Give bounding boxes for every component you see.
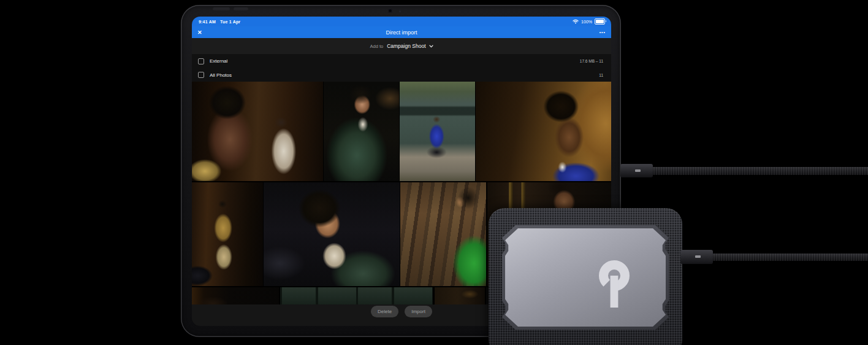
photo-thumbnail[interactable] [192, 82, 323, 181]
battery-icon [595, 18, 605, 25]
ssd-drive [489, 208, 682, 345]
source-row-external[interactable]: External 17.6 MB – 11 [192, 54, 611, 68]
add-to-bar: Add to Campaign Shoot [192, 38, 611, 54]
photo-thumbnail[interactable] [400, 82, 475, 181]
source-label: External [210, 58, 227, 64]
checkbox[interactable] [198, 72, 204, 78]
cable-connector [620, 164, 653, 177]
battery-percent: 100% [581, 20, 592, 24]
front-camera-icon [388, 9, 392, 13]
connector-logo-icon [695, 255, 701, 258]
status-time: 9:41 AM [199, 20, 216, 24]
status-date: Tue 1 Apr [220, 20, 240, 24]
header-bar: ✕ Direct import ••• [192, 26, 611, 38]
photo-thumbnail[interactable] [400, 182, 486, 286]
wifi-icon [573, 19, 579, 24]
page-title: Direct import [192, 29, 611, 36]
photo-thumbnail[interactable] [324, 82, 399, 181]
import-button[interactable]: Import [405, 306, 432, 317]
status-bar: 9:41 AM Tue 1 Apr 100% [192, 17, 611, 26]
collection-dropdown[interactable]: Campaign Shoot [387, 43, 433, 49]
camera-sensor-icon [399, 10, 401, 12]
source-meta: 17.6 MB – 11 [580, 59, 603, 63]
page-root: 9:41 AM Tue 1 Apr 100% ✕ Direct import •… [0, 0, 868, 345]
chevron-down-icon [429, 45, 433, 48]
photo-thumbnail[interactable] [192, 182, 263, 286]
source-meta: 11 [599, 73, 603, 77]
drive-faceplate [505, 228, 666, 327]
source-row-all-photos[interactable]: All Photos 11 [192, 68, 611, 82]
photo-thumbnail[interactable] [435, 287, 485, 304]
usb-cable-to-ipad [651, 167, 868, 175]
checkbox[interactable] [198, 58, 204, 64]
photo-thumbnail[interactable] [264, 182, 400, 286]
volume-button [234, 7, 248, 10]
volume-button [213, 7, 230, 10]
photo-thumbnail[interactable] [192, 287, 279, 304]
collection-name: Campaign Shoot [387, 43, 425, 49]
source-label: All Photos [210, 72, 232, 78]
photo-thumbnail[interactable] [476, 82, 611, 181]
cable-connector [680, 250, 713, 264]
connector-logo-icon [635, 169, 641, 172]
g-drive-logo-icon [592, 259, 637, 311]
photo-thumbnail[interactable] [280, 287, 433, 304]
delete-button[interactable]: Delete [371, 306, 398, 317]
usb-cable-to-drive [711, 254, 868, 261]
add-to-label: Add to [370, 44, 383, 49]
